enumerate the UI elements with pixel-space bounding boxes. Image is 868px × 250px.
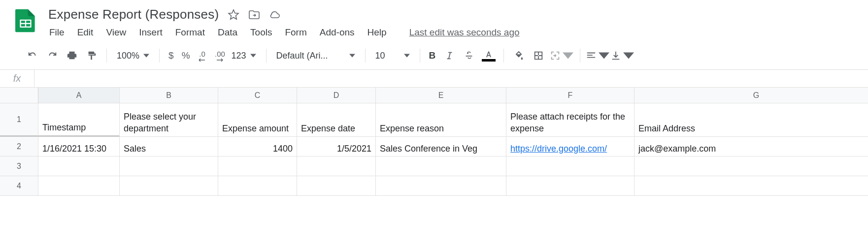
cell-A1[interactable]: Timestamp [38, 103, 120, 137]
more-formats-dropdown[interactable]: 123 [230, 51, 261, 61]
doc-title[interactable]: Expense Report (Responses) [48, 7, 219, 22]
menu-edit[interactable]: Edit [77, 27, 94, 38]
toolbar-separator [503, 49, 504, 62]
cell-C1[interactable]: Expense amount [218, 103, 297, 137]
cell-C3[interactable] [218, 156, 297, 176]
last-edit-link[interactable]: Last edit was seconds ago [409, 27, 520, 38]
increase-decimal-button[interactable]: .00 [211, 47, 230, 64]
title-row: Expense Report (Responses) [48, 4, 862, 22]
column-header-C[interactable]: C [218, 88, 297, 103]
cell-A4[interactable] [38, 176, 120, 196]
redo-button[interactable] [42, 47, 62, 64]
row-header-2[interactable]: 2 [0, 137, 38, 156]
toolbar-separator [106, 49, 107, 62]
cell-C2[interactable]: 1400 [218, 137, 297, 156]
cell-F2[interactable]: https://drive.google.com/ [506, 137, 634, 156]
menu-addons[interactable]: Add-ons [320, 27, 355, 38]
cell-B3[interactable] [120, 156, 218, 176]
column-header-D[interactable]: D [297, 88, 376, 103]
star-icon[interactable] [228, 9, 239, 21]
toolbar-separator [266, 49, 267, 62]
cell-D1[interactable]: Expense date [297, 103, 376, 137]
chevron-down-icon [349, 53, 355, 59]
menu-view[interactable]: View [106, 27, 126, 38]
cell-D2[interactable]: 1/5/2021 [297, 137, 376, 156]
row-header-1[interactable]: 1 [0, 103, 38, 137]
italic-button[interactable] [439, 47, 459, 64]
text-color-button[interactable] [479, 50, 499, 62]
menu-bar: File Edit View Insert Format Data Tools … [48, 22, 862, 43]
fill-color-button[interactable] [509, 47, 529, 64]
column-header-B[interactable]: B [120, 88, 218, 103]
zoom-dropdown[interactable]: 100% [112, 51, 154, 61]
column-header-G[interactable]: G [634, 88, 868, 103]
cell-D4[interactable] [297, 176, 376, 196]
toolbar-container: 100% $ % .0 .00 123 Default (Ari... 10 B [0, 43, 868, 70]
borders-button[interactable] [529, 47, 548, 64]
chevron-down-icon [623, 50, 634, 61]
header-bar: Expense Report (Responses) File Edit Vie… [0, 0, 868, 43]
menu-format[interactable]: Format [175, 27, 205, 38]
cell-F4[interactable] [506, 176, 634, 196]
font-size-value: 10 [375, 51, 385, 61]
cell-F3[interactable] [506, 156, 634, 176]
font-size-dropdown[interactable]: 10 [370, 51, 415, 61]
select-all-corner[interactable] [0, 88, 38, 103]
spreadsheet-grid[interactable]: A B C D E F G 1 Timestamp Please select … [0, 88, 868, 196]
bold-button[interactable]: B [425, 50, 440, 61]
merge-cells-button[interactable] [548, 47, 575, 64]
row-header-4[interactable]: 4 [0, 176, 38, 196]
fx-label[interactable]: fx [0, 70, 34, 87]
chevron-down-icon [563, 50, 573, 61]
cell-G2[interactable]: jack@example.com [634, 137, 868, 156]
column-header-F[interactable]: F [506, 88, 634, 103]
move-to-folder-icon[interactable] [248, 9, 260, 21]
print-button[interactable] [62, 47, 82, 64]
cloud-status-icon[interactable] [269, 9, 281, 21]
percent-button[interactable]: % [178, 50, 194, 61]
menu-insert[interactable]: Insert [139, 27, 163, 38]
formula-input[interactable] [34, 70, 868, 87]
vertical-align-button[interactable] [610, 47, 634, 64]
menu-data[interactable]: Data [218, 27, 237, 38]
menu-form[interactable]: Form [285, 27, 306, 38]
cell-G4[interactable] [634, 176, 868, 196]
cell-G1[interactable]: Email Address [634, 103, 868, 137]
cell-D3[interactable] [297, 156, 376, 176]
cell-B1[interactable]: Please select your department [120, 103, 218, 137]
undo-button[interactable] [23, 47, 42, 64]
font-family-value: Default (Ari... [276, 51, 328, 61]
decrease-decimal-button[interactable]: .0 [194, 47, 211, 64]
font-family-dropdown[interactable]: Default (Ari... [271, 51, 360, 61]
cell-G3[interactable] [634, 156, 868, 176]
cell-F1[interactable]: Please attach receipts for the expense [506, 103, 634, 137]
cell-B4[interactable] [120, 176, 218, 196]
currency-button[interactable]: $ [165, 50, 178, 61]
cell-A3[interactable] [38, 156, 120, 176]
menu-help[interactable]: Help [367, 27, 387, 38]
row-header-3[interactable]: 3 [0, 156, 38, 176]
zoom-value: 100% [117, 51, 139, 61]
cell-E4[interactable] [376, 176, 506, 196]
toolbar-separator [580, 49, 580, 62]
toolbar-separator [365, 49, 366, 62]
receipt-link[interactable]: https://drive.google.com/ [510, 144, 607, 154]
cell-E2[interactable]: Sales Conference in Veg [376, 137, 506, 156]
strikethrough-button[interactable] [459, 47, 479, 64]
cell-E1[interactable]: Expense reason [376, 103, 506, 137]
chevron-down-icon [250, 53, 256, 59]
column-header-A[interactable]: A [38, 88, 120, 103]
column-header-E[interactable]: E [376, 88, 506, 103]
menu-file[interactable]: File [49, 27, 65, 38]
menu-tools[interactable]: Tools [250, 27, 272, 38]
cell-A2[interactable]: 1/16/2021 15:30 [38, 137, 120, 156]
toolbar-separator [159, 49, 160, 62]
cell-C4[interactable] [218, 176, 297, 196]
cell-E3[interactable] [376, 156, 506, 176]
sheets-logo-icon [12, 7, 39, 34]
horizontal-align-button[interactable] [585, 47, 610, 64]
chevron-down-icon [143, 53, 149, 59]
paint-format-button[interactable] [82, 47, 101, 64]
svg-rect-1 [21, 21, 25, 23]
cell-B2[interactable]: Sales [120, 137, 218, 156]
